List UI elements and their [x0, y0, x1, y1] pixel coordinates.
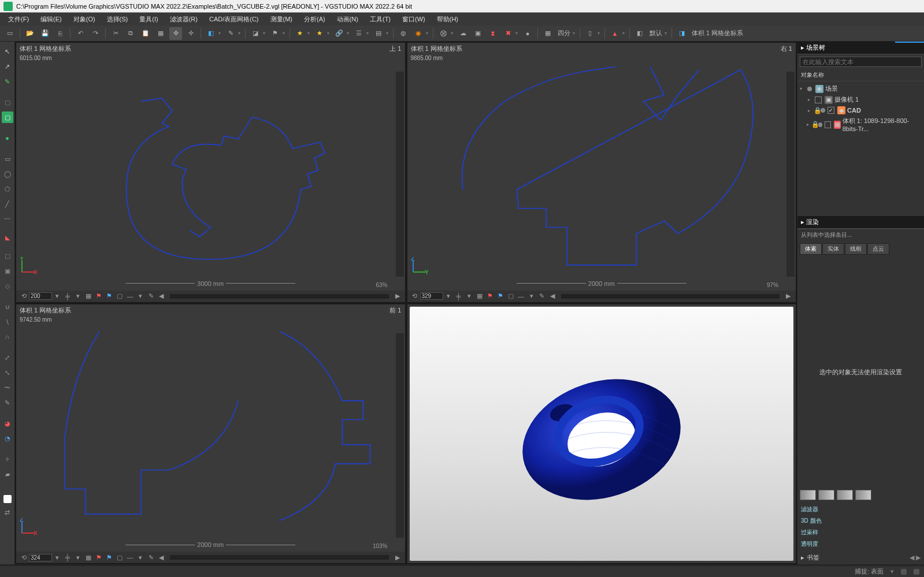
- menu-item[interactable]: 选择(S): [101, 14, 134, 25]
- reset-view-icon[interactable]: ⟲: [19, 553, 28, 562]
- status-end-icon[interactable]: [914, 569, 919, 575]
- box-tool-icon[interactable]: ▢: [2, 250, 13, 262]
- menu-item[interactable]: 窗口(W): [396, 14, 431, 25]
- thumb-icon[interactable]: [800, 490, 816, 500]
- preset-icon[interactable]: ◧: [633, 27, 646, 40]
- object-icon[interactable]: ◪: [249, 27, 262, 40]
- edit-tool-icon[interactable]: ✎: [2, 397, 13, 408]
- cut-icon[interactable]: ✂: [109, 27, 122, 40]
- preset-label[interactable]: 默认: [650, 29, 662, 38]
- visibility-checkbox[interactable]: [825, 121, 831, 128]
- dot-icon[interactable]: ●: [521, 27, 534, 40]
- visibility-checkbox[interactable]: [827, 107, 834, 114]
- paste-icon[interactable]: 📋: [139, 27, 152, 40]
- tree-row-scene[interactable]: ▾ ◉ 场景: [799, 83, 923, 94]
- link-icon[interactable]: 🔗: [333, 27, 346, 40]
- measure-icon[interactable]: ⧗: [487, 27, 499, 40]
- thumb-icon[interactable]: [837, 490, 853, 500]
- menu-item[interactable]: 测量(M): [265, 14, 299, 25]
- cloud-icon[interactable]: ☁: [457, 27, 469, 40]
- save-as-icon[interactable]: ⎘: [54, 27, 66, 40]
- intersect-tool-icon[interactable]: ∩: [2, 331, 13, 343]
- thumb-icon[interactable]: [818, 490, 834, 500]
- menu-item[interactable]: 编辑(E): [35, 14, 68, 25]
- menu-item[interactable]: CAD/表面网格(C): [203, 14, 265, 25]
- layers2-icon[interactable]: ▤: [372, 27, 385, 40]
- grid-icon[interactable]: ▦: [154, 27, 167, 40]
- visibility-dot-icon[interactable]: [807, 87, 812, 91]
- new-icon[interactable]: ▭: [3, 27, 16, 40]
- copy-icon[interactable]: ⧉: [124, 27, 137, 40]
- magic-tool-icon[interactable]: ✧: [2, 453, 13, 465]
- vp-bl-scrollbar[interactable]: [396, 333, 404, 538]
- shrink-tool-icon[interactable]: ⤡: [2, 367, 13, 378]
- lock-icon[interactable]: 🔒: [811, 121, 817, 128]
- render-prop[interactable]: 透明度: [801, 538, 921, 550]
- vp-tr-slice-input[interactable]: [420, 292, 443, 300]
- open-icon[interactable]: 📂: [24, 27, 36, 40]
- warning-icon[interactable]: ▲: [608, 27, 621, 40]
- pen-icon[interactable]: ✎: [224, 27, 237, 40]
- status-end-icon[interactable]: [901, 569, 907, 575]
- render-prop[interactable]: 3D 颜色: [801, 515, 921, 527]
- visibility-dot-icon[interactable]: [818, 122, 822, 127]
- menu-item[interactable]: 工具(T): [364, 14, 396, 25]
- render-tab[interactable]: 点云: [867, 243, 889, 255]
- ruler-icon[interactable]: ╪: [454, 292, 463, 301]
- grid-toggle-icon[interactable]: ▦: [84, 292, 93, 301]
- play-end-icon[interactable]: ▶: [393, 292, 402, 301]
- menu-item[interactable]: 对象(O): [68, 14, 101, 25]
- undo-icon[interactable]: ↶: [74, 27, 87, 40]
- save-icon[interactable]: 💾: [39, 27, 51, 40]
- vp-tl-slice-input[interactable]: [29, 292, 52, 300]
- viewport-top[interactable]: 体积 1 网格坐标系 上 1 6015.00 mm YX 3000 mm 63%…: [16, 43, 405, 302]
- move-icon[interactable]: ✢: [184, 27, 197, 40]
- vp-tl-scrollbar[interactable]: [396, 72, 404, 277]
- tree-row-cad[interactable]: ▸ 🔒 ◆ CAD: [799, 105, 923, 116]
- ruler-icon[interactable]: ╪: [63, 292, 72, 301]
- poly-tool-icon[interactable]: ⬠: [2, 183, 13, 195]
- pen-footer-icon[interactable]: ✎: [146, 292, 155, 301]
- flag-icon[interactable]: ⚑: [269, 27, 281, 40]
- coord-icon[interactable]: ◨: [676, 27, 688, 40]
- vp-tr-scrollbar[interactable]: [786, 72, 795, 277]
- globe-icon[interactable]: ◍: [397, 27, 410, 40]
- spray-tool-icon[interactable]: ◔: [2, 433, 13, 444]
- menu-item[interactable]: 帮助(H): [431, 14, 464, 25]
- viewport-3d[interactable]: [407, 304, 796, 564]
- box2-tool-icon[interactable]: ▣: [2, 265, 13, 277]
- line-tool-icon[interactable]: ╱: [2, 198, 13, 210]
- tree-row-camera[interactable]: ▸ ▣ 摄像机 1: [799, 94, 923, 105]
- box-icon[interactable]: ▢: [115, 292, 124, 301]
- doc-icon[interactable]: ▯: [584, 27, 596, 40]
- union-tool-icon[interactable]: ∪: [2, 301, 13, 312]
- square2-tool-icon[interactable]: ▢: [2, 111, 13, 123]
- fill-tool-icon[interactable]: ▰: [2, 468, 13, 480]
- coord-label[interactable]: 体积 1 网格坐标系: [692, 29, 743, 38]
- share-icon[interactable]: ◉: [412, 27, 425, 40]
- render-tab[interactable]: 实体: [822, 243, 844, 255]
- flag-r-icon[interactable]: ⚑: [94, 292, 103, 301]
- ellipse-tool-icon[interactable]: ◯: [2, 168, 13, 180]
- tree-row-volume[interactable]: ▸ 🔒 ▦ 体积 1: 1089-1298-800-8bits-Tr...: [799, 116, 923, 133]
- diamond-tool-icon[interactable]: ◇: [2, 280, 13, 292]
- reset-view-icon[interactable]: ⟲: [410, 292, 420, 301]
- cube-icon[interactable]: ◧: [205, 27, 217, 40]
- scene-search-input[interactable]: [800, 57, 922, 67]
- rect-tool-icon[interactable]: ▭: [2, 153, 13, 165]
- reset-view-icon[interactable]: ⟲: [19, 292, 28, 301]
- slice-slider[interactable]: [561, 294, 780, 299]
- render-prop[interactable]: 滤波器: [801, 504, 921, 515]
- expand-tool-icon[interactable]: ⤢: [2, 352, 13, 363]
- pen-tool-icon[interactable]: ✎: [2, 76, 13, 87]
- menu-item[interactable]: 滤波器(R): [164, 14, 203, 25]
- layout-icon[interactable]: ▦: [541, 27, 554, 40]
- select-tool-icon[interactable]: ↖: [2, 46, 13, 57]
- x-icon[interactable]: ✖: [502, 27, 514, 40]
- play-icon[interactable]: ◀: [157, 292, 166, 301]
- visibility-checkbox[interactable]: [815, 96, 822, 103]
- smooth-tool-icon[interactable]: 〜: [2, 382, 13, 393]
- layout-label[interactable]: 四分: [558, 29, 570, 38]
- thumb-icon[interactable]: [855, 490, 871, 500]
- render-tab[interactable]: 线框: [845, 243, 867, 255]
